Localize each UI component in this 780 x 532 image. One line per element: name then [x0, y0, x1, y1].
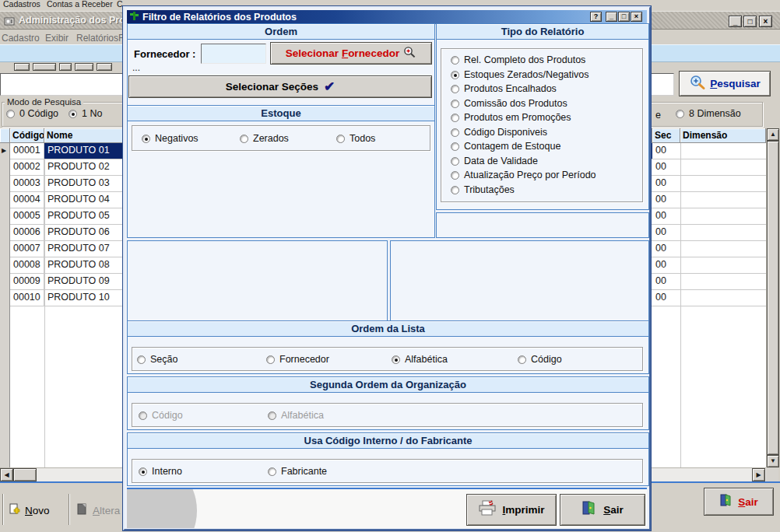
- radio-icon: [240, 135, 248, 143]
- tipo-relatorio-group: Rel. Completo dos Produtos Estoques Zera…: [441, 48, 643, 202]
- radio-atualizacao-preco[interactable]: Atualização Preço por Período: [451, 170, 596, 180]
- radio-tributacoes[interactable]: Tributações: [451, 184, 515, 195]
- dialog-minimize-button[interactable]: _: [606, 12, 617, 22]
- dialog-titlebar[interactable]: Filtro de Relatórios dos Produtos ? _ □ …: [127, 10, 647, 24]
- radio-icon: [451, 157, 459, 166]
- radio-comissao[interactable]: Comissão dos Produtos: [451, 98, 567, 109]
- table-corner: [0, 128, 10, 143]
- radio-icon: [451, 186, 459, 194]
- radio-negativos[interactable]: Negativos: [142, 133, 199, 144]
- radio-zerados[interactable]: Zerados: [240, 133, 289, 144]
- radio-contagem-estoque[interactable]: Contagem de Estoque: [451, 141, 560, 152]
- menu-relatorios[interactable]: Relatórios: [76, 33, 118, 44]
- tipo-header: Tipo do Relatório: [436, 23, 649, 40]
- child-minimize-button[interactable]: _: [729, 16, 742, 27]
- radio-codigo-disponiveis[interactable]: Código Disponiveis: [451, 127, 547, 138]
- dialog-sair-button[interactable]: Sair: [560, 494, 645, 526]
- radio-modo-nome[interactable]: 1 No: [69, 108, 102, 119]
- radio-label: Código: [531, 354, 562, 365]
- radio-icon: [451, 171, 459, 180]
- radio-label: Rel. Completo dos Produtos: [464, 54, 585, 65]
- radio-label: Código: [152, 410, 183, 421]
- scroll-down-button[interactable]: ▼: [767, 455, 779, 467]
- dialog-close-button[interactable]: ×: [631, 12, 642, 22]
- fornecedor-input[interactable]: [201, 44, 266, 64]
- column-header-codigo[interactable]: Código: [10, 128, 44, 143]
- cell-dimensao: [680, 176, 766, 192]
- dialog-maximize-button[interactable]: □: [618, 12, 630, 22]
- radio-promocoes[interactable]: Produtos em Promoções: [451, 112, 571, 123]
- radio-icon: [137, 355, 146, 364]
- dialog-help-button[interactable]: ?: [590, 12, 602, 22]
- table-row[interactable]: 00: [652, 143, 766, 159]
- arrow-up-icon: ▲: [770, 131, 776, 138]
- cell-codigo: 00008: [10, 257, 44, 274]
- radio-secao[interactable]: Seção: [137, 354, 177, 365]
- menu-exibir[interactable]: Exibir: [45, 33, 69, 44]
- menu-cadastros[interactable]: Cadastros: [3, 0, 40, 8]
- imprimir-button[interactable]: Imprimir: [466, 494, 557, 526]
- radio-todos[interactable]: Todos: [336, 133, 375, 144]
- radio-fornecedor[interactable]: Fornecedor: [266, 354, 329, 365]
- exit-door-icon: [719, 494, 733, 509]
- cell-codigo: 00005: [10, 208, 44, 225]
- toolbar-button[interactable]: [14, 63, 30, 71]
- radio-label: Interno: [152, 466, 182, 477]
- radio-label: Contagem de Estoque: [464, 141, 560, 152]
- arrow-right-icon: ▶: [756, 472, 761, 478]
- hscroll-thumb[interactable]: [13, 468, 37, 481]
- radio-icon: [451, 56, 459, 65]
- table-row[interactable]: 00: [652, 159, 766, 176]
- radio-interno[interactable]: Interno: [139, 466, 182, 477]
- child-maximize-button[interactable]: □: [743, 16, 757, 27]
- scroll-left-button[interactable]: ◀: [0, 468, 13, 481]
- radio-segunda-codigo: Código: [139, 410, 183, 421]
- vertical-scrollbar[interactable]: ▲ ▼: [766, 128, 778, 467]
- scroll-up-button[interactable]: ▲: [767, 128, 779, 141]
- toolbar-button[interactable]: [97, 63, 112, 71]
- scroll-right-button[interactable]: ▶: [752, 468, 765, 481]
- column-header-dimensao[interactable]: Dimensão: [680, 128, 766, 143]
- table-row[interactable]: 00: [652, 225, 766, 241]
- selecionar-secoes-button[interactable]: Selecionar Seções ✔: [128, 75, 432, 98]
- radio-rel-completo[interactable]: Rel. Completo dos Produtos: [451, 54, 585, 65]
- radio-icon: [451, 128, 459, 137]
- search-magnifier-icon: [689, 75, 706, 93]
- radio-fabricante[interactable]: Fabricante: [268, 466, 327, 477]
- radio-label: Todos: [350, 133, 375, 144]
- table-row[interactable]: 00: [652, 257, 766, 274]
- pesquisar-button[interactable]: Pesquisar: [679, 71, 771, 96]
- child-close-button[interactable]: ×: [759, 16, 772, 27]
- menu-cadastro[interactable]: Cadastro: [2, 33, 40, 44]
- radio-estoques-zerados[interactable]: Estoques Zerados/Negativos: [451, 69, 589, 80]
- radio-label: 0 Código: [19, 108, 58, 119]
- column-header-sec[interactable]: Sec: [652, 128, 680, 143]
- table-row[interactable]: 00: [652, 274, 766, 290]
- radio-data-validade[interactable]: Data de Validade: [451, 156, 538, 166]
- main-sair-button[interactable]: Sair: [704, 488, 774, 516]
- table-row[interactable]: 00: [652, 176, 766, 192]
- selecionar-fornecedor-button[interactable]: Selecionar Fornecedor: [270, 42, 432, 65]
- usa-codigo-header: Usa Código Interno / do Fabricante: [127, 432, 649, 449]
- radio-modo-codigo[interactable]: 0 Código: [6, 108, 58, 119]
- table-row[interactable]: 00: [652, 208, 766, 225]
- toolbar-button[interactable]: [59, 63, 72, 71]
- radio-produtos-encalhados[interactable]: Produtos Encalhados: [451, 83, 557, 94]
- toolbar-button[interactable]: [33, 63, 56, 71]
- table-row[interactable]: 00: [652, 241, 766, 257]
- menu-contas-a-receber[interactable]: Contas a Receber: [47, 0, 113, 8]
- cell-sec: 00: [652, 241, 680, 257]
- radio-alfabetica[interactable]: Alfabética: [392, 354, 448, 365]
- novo-button[interactable]: Novo: [8, 498, 64, 523]
- menu-cut[interactable]: C: [117, 0, 123, 8]
- table-row[interactable]: 00: [652, 290, 766, 306]
- radio-codigo[interactable]: Código: [518, 354, 562, 365]
- scroll-thumb[interactable]: [767, 141, 779, 455]
- radio-icon: [451, 71, 459, 79]
- toolbar-button[interactable]: [75, 63, 93, 71]
- cell-dimensao: [680, 225, 766, 241]
- radio-modo-dimensao[interactable]: 8 Dimensão: [676, 108, 741, 119]
- table-row[interactable]: 00: [652, 192, 766, 208]
- segunda-ordem-header: Segunda Ordem da Organização: [127, 376, 649, 393]
- checkmark-icon: ✔: [324, 80, 335, 93]
